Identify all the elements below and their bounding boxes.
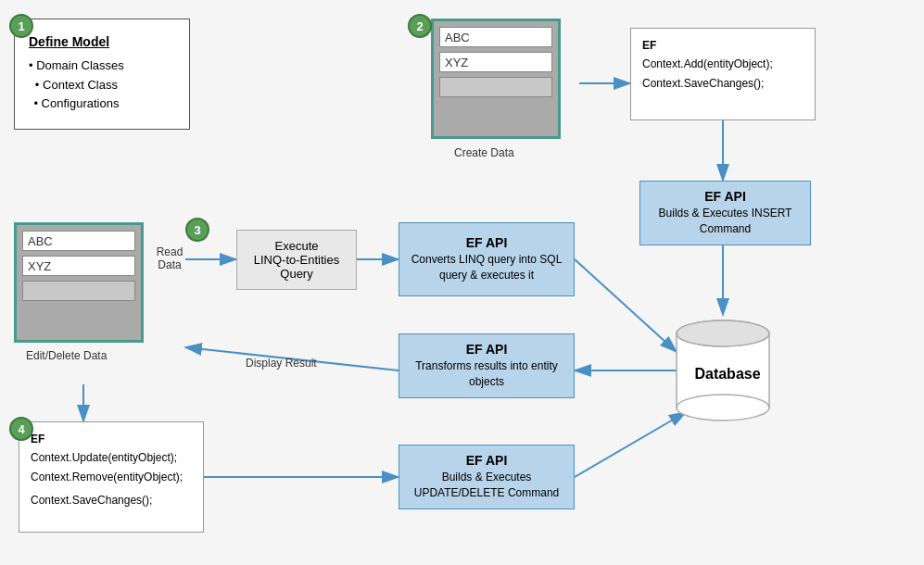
ef-api-insert-box: EF API Builds & Executes INSERT Command — [639, 181, 811, 245]
linq-line1: Execute — [275, 239, 319, 253]
linq-box: Execute LINQ-to-Entities Query — [236, 230, 357, 290]
ef-update-line1: EF — [31, 430, 192, 448]
step1-item-2: Context Class — [29, 76, 124, 95]
ef-create-line2: Context.Add(entityObject); — [642, 55, 804, 73]
linq-line2: LINQ-to-Entities — [254, 253, 339, 267]
step1-items: Domain Classes Context Class Configurati… — [29, 56, 124, 114]
step3-circle: 3 — [185, 218, 209, 242]
step4-circle: 4 — [9, 417, 33, 441]
svg-point-15 — [677, 320, 769, 346]
ef-update-code-box: EF Context.Update(entityObject); Context… — [19, 421, 204, 533]
ef-api-linq-box: EF API Converts LINQ query into SQL quer… — [399, 222, 575, 296]
read-data-label: Read Data — [146, 245, 193, 271]
ef-api-update-text: Builds & Executes UPDATE/DELETE Command — [409, 470, 564, 501]
ef-update-line3: Context.Remove(entityObject); — [31, 468, 192, 486]
step1-box: Define Model Domain Classes Context Clas… — [14, 19, 190, 130]
ef-api-insert-text: Builds & Executes INSERT Command — [650, 206, 801, 237]
ef-api-update-title: EF API — [466, 453, 508, 468]
svg-line-6 — [575, 259, 677, 352]
ef-api-linq-text: Converts LINQ query into SQL query & exe… — [409, 252, 564, 283]
ef-update-line5: Context.SaveChanges(); — [31, 491, 192, 509]
ef-create-line1: EF — [642, 36, 804, 55]
step2-widget: ABC XYZ — [431, 19, 561, 139]
step1-title: Define Model — [29, 34, 109, 49]
ef-create-code-box: EF Context.Add(entityObject); Context.Sa… — [630, 28, 816, 120]
step3-widget: ABC XYZ — [14, 222, 144, 343]
step3-widget-label: Edit/Delete Data — [26, 349, 107, 362]
ef-api-transform-text: Transforms results into entity objects — [409, 358, 564, 390]
ef-api-linq-title: EF API — [466, 235, 508, 250]
ef-api-transform-title: EF API — [466, 342, 508, 357]
step3-field2: XYZ — [22, 256, 135, 276]
step2-circle: 2 — [408, 14, 432, 38]
ef-api-update-box: EF API Builds & Executes UPDATE/DELETE C… — [399, 445, 575, 509]
step3-field3 — [22, 281, 135, 301]
ef-update-line2: Context.Update(entityObject); — [31, 448, 192, 467]
ef-api-transform-box: EF API Transforms results into entity ob… — [399, 333, 575, 398]
step1-item-3: Configurations — [29, 94, 124, 114]
step1-item-1: Domain Classes — [29, 56, 124, 76]
step1-circle: 1 — [9, 14, 33, 38]
svg-point-14 — [677, 395, 769, 421]
diagram: 1 Define Model Domain Classes Context Cl… — [0, 0, 924, 565]
step3-field1: ABC — [22, 231, 135, 251]
step2-widget-label: Create Data — [454, 146, 514, 159]
display-result-label: Display Result — [246, 357, 317, 370]
ef-create-line3: Context.SaveChanges(); — [642, 74, 804, 93]
step2-field2: XYZ — [439, 52, 552, 72]
step2-field1: ABC — [439, 27, 552, 47]
database-label: Database — [677, 366, 778, 383]
ef-api-insert-title: EF API — [704, 189, 746, 204]
linq-line3: Query — [280, 267, 312, 281]
step2-field3 — [439, 77, 552, 97]
